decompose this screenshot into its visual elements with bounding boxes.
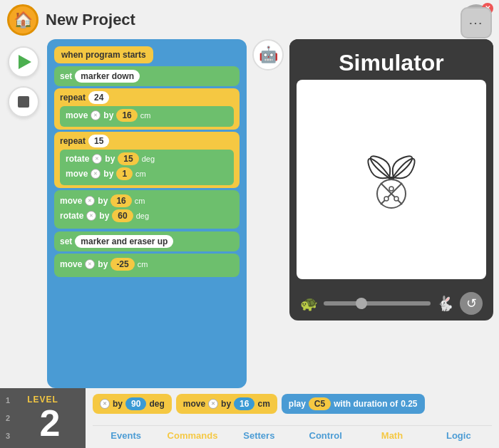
- level-panel: 1 2 3 LEVEL 2: [0, 388, 86, 448]
- main-area: when program starts set marker down repe…: [0, 39, 499, 388]
- level-number: 2: [40, 405, 61, 442]
- nav-setters[interactable]: Setters: [226, 429, 292, 442]
- rotate-toolbar-block[interactable]: ✕ by 90 deg: [93, 394, 172, 414]
- toolbar-blocks: ✕ by 90 deg move ✕ by 16 cm play C5 with…: [93, 394, 492, 414]
- toolbar-nav: Events Commands Setters Control Math Log…: [93, 425, 492, 442]
- level-row-1: 1: [6, 396, 10, 405]
- svg-point-5: [389, 187, 393, 191]
- project-title: New Project: [46, 11, 453, 29]
- repeat-15-block[interactable]: repeat 15 rotate ✕ by 15 deg move ✕ by 1…: [54, 132, 240, 188]
- svg-point-4: [394, 197, 398, 201]
- turtle-fast-icon: 🐇: [436, 295, 454, 312]
- move-1-block[interactable]: move ✕ by 1 cm: [66, 167, 228, 180]
- robot-icon: 🤖: [259, 46, 278, 64]
- wheel-icon: ✕: [92, 154, 102, 164]
- set-marker-down-block[interactable]: set marker down: [54, 66, 240, 86]
- sim-controls: 🐢 🐇 ↺: [289, 286, 493, 321]
- nav-commands[interactable]: Commands: [159, 429, 225, 442]
- speed-handle[interactable]: [356, 298, 367, 309]
- simulator-canvas: [297, 80, 486, 279]
- wheel-icon: ✕: [86, 211, 96, 221]
- menu-icon: ⋯: [468, 14, 484, 31]
- play-icon: [19, 55, 31, 69]
- simulator-box: Simulator: [289, 39, 493, 321]
- wheel-icon: ✕: [85, 259, 95, 269]
- move-16-block[interactable]: move ✕ by 16 cm: [66, 109, 228, 122]
- left-controls: [6, 39, 41, 388]
- level-rows: 1 2 3: [6, 388, 10, 448]
- rotate-60-block[interactable]: rotate ✕ by 60 deg: [60, 209, 234, 222]
- move-16-outer-block[interactable]: move ✕ by 16 cm rotate ✕ by 60 deg: [54, 190, 240, 229]
- level-row-2: 2: [6, 414, 10, 422]
- level-row-3: 3: [6, 432, 10, 440]
- play-button[interactable]: [8, 46, 39, 78]
- sim-top: 🤖 Simulator: [252, 39, 493, 321]
- menu-button[interactable]: ⋯: [461, 7, 492, 38]
- sim-icon-button[interactable]: 🤖: [252, 39, 284, 71]
- wheel-icon: ✕: [91, 110, 101, 120]
- nav-control[interactable]: Control: [292, 429, 359, 442]
- nav-events[interactable]: Events: [93, 429, 159, 442]
- wheel-icon: ✕: [91, 169, 101, 179]
- turtle-slow-icon: 🐢: [300, 295, 318, 312]
- stop-icon: [18, 96, 29, 108]
- play-note-toolbar-block[interactable]: play C5 with duration of 0.25: [282, 394, 425, 414]
- simulator-area: 🤖 Simulator: [252, 39, 493, 388]
- top-bar: 🏠 New Project 🌐 ✕ ⋯: [0, 0, 499, 39]
- home-button[interactable]: 🏠: [7, 4, 38, 36]
- set-marker-up-block[interactable]: set marker and eraser up: [54, 231, 240, 251]
- simulator-title: Simulator: [289, 39, 493, 80]
- nav-math[interactable]: Math: [359, 429, 425, 442]
- turtle-drawing: [327, 115, 456, 244]
- home-icon: 🏠: [14, 11, 33, 29]
- wheel-icon: ✕: [100, 399, 110, 409]
- speed-slider[interactable]: [324, 301, 431, 306]
- wheel-icon: ✕: [208, 399, 218, 409]
- refresh-button[interactable]: ↺: [460, 292, 483, 315]
- code-area: when program starts set marker down repe…: [47, 39, 247, 388]
- stop-button[interactable]: [8, 86, 39, 118]
- wheel-icon: ✕: [85, 196, 95, 206]
- svg-point-3: [384, 197, 389, 201]
- when-start-block[interactable]: when program starts: [54, 46, 153, 63]
- move-toolbar-block[interactable]: move ✕ by 16 cm: [176, 394, 277, 414]
- blocks-toolbar: ✕ by 90 deg move ✕ by 16 cm play C5 with…: [86, 388, 499, 448]
- bottom-panel: 1 2 3 LEVEL 2 ✕ by 90 deg move ✕ by 16 c…: [0, 388, 499, 448]
- repeat-24-block[interactable]: repeat 24 move ✕ by 16 cm: [54, 88, 240, 130]
- rotate-15-block[interactable]: rotate ✕ by 15 deg: [66, 152, 228, 165]
- nav-logic[interactable]: Logic: [426, 429, 492, 442]
- move-neg25-block[interactable]: move ✕ by -25 cm: [54, 254, 240, 277]
